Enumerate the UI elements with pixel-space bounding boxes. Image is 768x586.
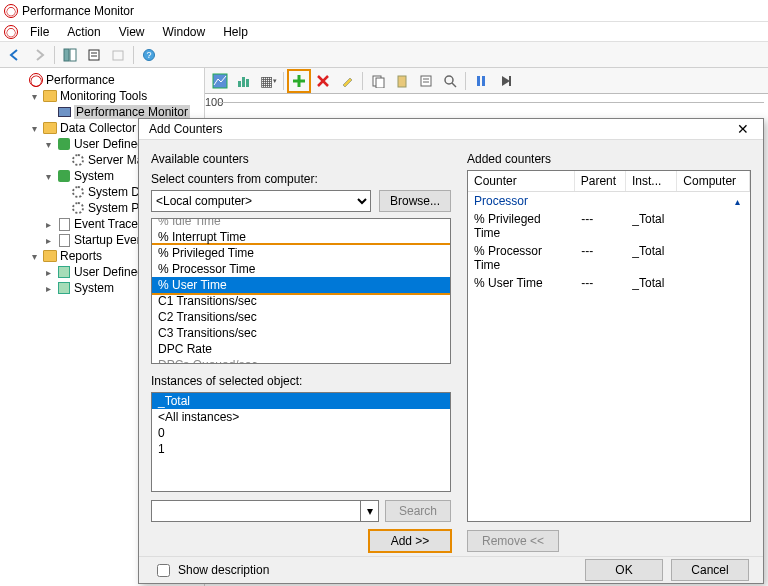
counter-item[interactable]: % Idle Time xyxy=(152,218,450,229)
properties-button[interactable] xyxy=(415,70,437,92)
show-description-checkbox[interactable]: Show description xyxy=(153,561,269,580)
expander-icon[interactable]: ▾ xyxy=(42,139,54,150)
expander-icon[interactable]: ▸ xyxy=(42,283,54,294)
instance-search-dropdown[interactable]: ▾ xyxy=(361,500,379,522)
expander-icon[interactable]: ▾ xyxy=(42,171,54,182)
export-button[interactable] xyxy=(107,44,129,66)
nav-forward-button[interactable] xyxy=(28,44,50,66)
counter-item-user-time[interactable]: % User Time xyxy=(152,277,450,293)
counters-listbox[interactable]: % Idle Time % Interrupt Time % Privilege… xyxy=(151,218,451,364)
cell-counter: % Privileged Time xyxy=(468,211,575,241)
show-description-label: Show description xyxy=(178,563,269,577)
tree-node-monitoring-tools[interactable]: ▾ Monitoring Tools xyxy=(28,88,204,104)
highlight-button[interactable] xyxy=(336,70,358,92)
help-button[interactable]: ? xyxy=(138,44,160,66)
added-counters-table[interactable]: Counter Parent Inst... Computer Processo… xyxy=(467,170,751,522)
view-report-button[interactable]: ▦▾ xyxy=(257,70,279,92)
collector-icon xyxy=(58,138,70,150)
main-toolbar: ? xyxy=(0,42,768,68)
freeze-button[interactable] xyxy=(470,70,492,92)
counter-group-processor[interactable]: Processor ▴ xyxy=(468,192,750,210)
table-row[interactable]: % Privileged Time --- _Total xyxy=(468,210,750,242)
cell-instance: _Total xyxy=(626,275,677,291)
menu-action[interactable]: Action xyxy=(59,23,108,41)
counter-item-privileged[interactable]: % Privileged Time xyxy=(152,245,450,261)
toolbar-separator xyxy=(54,46,55,64)
menu-file[interactable]: File xyxy=(22,23,57,41)
add-counter-button[interactable] xyxy=(288,70,310,92)
cell-instance: _Total xyxy=(626,211,677,241)
folder-icon xyxy=(43,250,57,262)
ok-button[interactable]: OK xyxy=(585,559,663,581)
dialog-title-bar[interactable]: Add Counters ✕ xyxy=(139,119,763,140)
added-counters-label: Added counters xyxy=(467,152,751,166)
counter-item[interactable]: C2 Transitions/sec xyxy=(152,309,450,325)
folder-icon xyxy=(43,122,57,134)
app-icon: ◯ xyxy=(4,4,18,18)
nav-back-button[interactable] xyxy=(4,44,26,66)
chevron-up-icon[interactable]: ▴ xyxy=(735,196,744,207)
properties-button[interactable] xyxy=(83,44,105,66)
copy-button[interactable] xyxy=(367,70,389,92)
table-row[interactable]: % User Time --- _Total xyxy=(468,274,750,292)
instance-search-input[interactable] xyxy=(151,500,361,522)
window-title: Performance Monitor xyxy=(22,4,134,18)
menu-help[interactable]: Help xyxy=(215,23,256,41)
folder-icon xyxy=(43,90,57,102)
th-parent[interactable]: Parent xyxy=(575,171,626,191)
cancel-button[interactable]: Cancel xyxy=(671,559,749,581)
perfmon-toolbar: ▦▾ xyxy=(205,68,768,94)
th-computer[interactable]: Computer xyxy=(677,171,750,191)
toolbar-separator xyxy=(362,72,363,90)
counter-item[interactable]: C3 Transitions/sec xyxy=(152,325,450,341)
th-counter[interactable]: Counter xyxy=(468,171,575,191)
report-icon xyxy=(58,282,70,294)
view-chart-button[interactable] xyxy=(209,70,231,92)
view-histogram-button[interactable] xyxy=(233,70,255,92)
instances-listbox[interactable]: _Total <All instances> 0 1 xyxy=(151,392,451,492)
tree-label: Performance Monitor xyxy=(74,105,190,119)
browse-button[interactable]: Browse... xyxy=(379,190,451,212)
close-icon[interactable]: ✕ xyxy=(729,119,757,139)
expander-icon[interactable]: ▸ xyxy=(42,235,54,246)
table-row[interactable]: % Processor Time --- _Total xyxy=(468,242,750,274)
expander-icon[interactable]: ▾ xyxy=(28,123,40,134)
instance-item-1[interactable]: 1 xyxy=(152,441,450,457)
perf-icon: ◯ xyxy=(29,73,43,87)
counter-item[interactable]: DPCs Queued/sec xyxy=(152,357,450,364)
expander-icon[interactable]: ▾ xyxy=(28,91,40,102)
paste-button[interactable] xyxy=(391,70,413,92)
update-button[interactable] xyxy=(494,70,516,92)
search-button[interactable]: Search xyxy=(385,500,451,522)
svg-rect-25 xyxy=(482,76,485,86)
delete-counter-button[interactable] xyxy=(312,70,334,92)
add-button[interactable]: Add >> xyxy=(369,530,451,552)
counter-item-processor[interactable]: % Processor Time xyxy=(152,261,450,277)
expander-icon[interactable]: ▸ xyxy=(42,219,54,230)
dialog-title: Add Counters xyxy=(149,122,222,136)
toolbar-separator xyxy=(465,72,466,90)
th-instance[interactable]: Inst... xyxy=(626,171,677,191)
remove-button[interactable]: Remove << xyxy=(467,530,559,552)
expander-icon[interactable]: ▾ xyxy=(28,251,40,262)
svg-rect-9 xyxy=(238,81,241,87)
instance-item-total[interactable]: _Total xyxy=(152,393,450,409)
tree-node-performance[interactable]: ◯ Performance xyxy=(14,72,204,88)
select-from-label: Select counters from computer: xyxy=(151,172,451,186)
menu-view[interactable]: View xyxy=(111,23,153,41)
svg-rect-24 xyxy=(477,76,480,86)
show-hide-tree-button[interactable] xyxy=(59,44,81,66)
counter-item[interactable]: C1 Transitions/sec xyxy=(152,293,450,309)
zoom-button[interactable] xyxy=(439,70,461,92)
menu-window[interactable]: Window xyxy=(155,23,214,41)
instance-item-all[interactable]: <All instances> xyxy=(152,409,450,425)
tree-label: System xyxy=(74,169,114,183)
svg-rect-2 xyxy=(89,50,99,60)
expander-icon[interactable]: ▸ xyxy=(42,267,54,278)
instance-item-0[interactable]: 0 xyxy=(152,425,450,441)
tree-label: System xyxy=(74,281,114,295)
show-description-input[interactable] xyxy=(157,564,170,577)
counter-item[interactable]: DPC Rate xyxy=(152,341,450,357)
computer-combo[interactable]: <Local computer> xyxy=(151,190,371,212)
report-icon xyxy=(58,266,70,278)
